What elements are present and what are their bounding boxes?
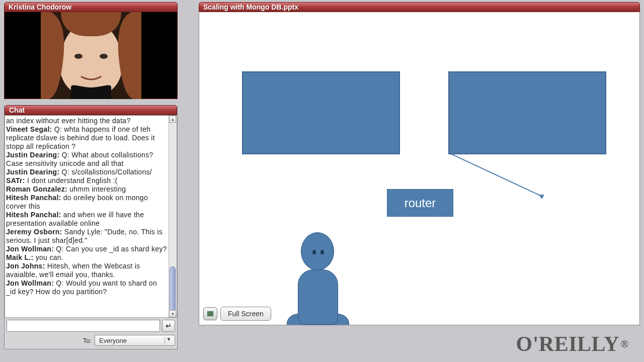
chat-message-text: Q: Can you use _id as shard key?	[54, 245, 167, 253]
chat-message-author: Jon Wollman:	[6, 279, 54, 287]
scroll-down-button[interactable]: ▾	[169, 310, 176, 317]
presenter-video	[4, 12, 178, 99]
oreilly-logo: O'REILLY®	[516, 332, 629, 356]
chat-message-author: Hitesh Panchal:	[6, 211, 61, 219]
chat-message: SATr: I dont understand English :(	[6, 176, 168, 185]
slide-connection-line	[451, 153, 542, 197]
chat-message-author: Jeremy Osborn:	[6, 228, 62, 236]
chat-message-author: Roman Gonzalez:	[6, 185, 67, 193]
presentation-slide[interactable]: router Full Screen	[199, 12, 640, 325]
chat-message: Vineet Segal: Q: whta happens if one of …	[6, 125, 168, 151]
chat-message: Jeremy Osborn: Sandy Lyle: "Dude, no. Th…	[6, 228, 168, 245]
chat-to-row: To: Everyone ▼	[5, 334, 177, 349]
chat-message: Maik L.: you can.	[6, 253, 168, 262]
chat-message-author: Jon Wollman:	[6, 245, 54, 253]
chat-message: Justin Dearing: Q: What about collalisti…	[6, 151, 168, 168]
toggle-view-button[interactable]	[203, 307, 217, 320]
chat-message: Jon Wollman: Q: Would you want to shard …	[6, 279, 168, 296]
presenter-face	[41, 12, 141, 99]
chat-message: Roman Gonzalez: uhmm interesting	[6, 185, 168, 194]
presenter-panel: Kristina Chodorow	[4, 2, 178, 99]
chat-message: an index without ever hitting the data?	[6, 117, 168, 125]
chat-message: Hitesh Panchal: do oreiley book on mongo…	[6, 194, 168, 211]
chat-message-author: Vineet Segal:	[6, 125, 52, 133]
svg-point-1	[74, 54, 83, 59]
presentation-title: Scaling with Mongo DB.pptx	[199, 2, 640, 12]
chat-input-row: ↵	[5, 318, 177, 334]
chat-message-text: you can.	[34, 253, 64, 261]
slide-person-figure	[284, 232, 351, 325]
scroll-thumb[interactable]	[170, 266, 176, 312]
slide-router-box: router	[387, 189, 453, 217]
chat-message-author: Hitesh Panchal:	[6, 194, 61, 202]
chat-message-author: Jon Johns:	[6, 262, 45, 270]
presentation-controls: Full Screen	[203, 307, 271, 321]
chevron-down-icon: ▼	[165, 336, 173, 344]
svg-point-2	[100, 54, 108, 59]
chat-to-label: To:	[83, 337, 92, 344]
chat-log-container: an index without ever hitting the data?V…	[5, 115, 177, 318]
chat-scrollbar[interactable]: ▴ ▾	[169, 116, 177, 317]
fullscreen-button[interactable]: Full Screen	[220, 307, 271, 321]
chat-message-author: Maik L.:	[6, 253, 34, 261]
chat-message: Jon Johns: Hitesh, when the Webcast is a…	[6, 262, 168, 279]
logo-registered: ®	[620, 337, 629, 350]
chat-log[interactable]: an index without ever hitting the data?V…	[5, 116, 169, 317]
chat-recipient-select[interactable]: Everyone ▼	[95, 335, 175, 346]
logo-text: O'REILLY	[516, 332, 620, 356]
chat-message-text: uhmm interesting	[67, 185, 126, 193]
chat-panel: Chat an index without ever hitting the d…	[4, 105, 178, 349]
chat-text-input[interactable]	[7, 320, 160, 332]
chat-message-text: Q: s/collalistions/Collations/	[59, 168, 152, 176]
slide-shard-box-2	[448, 71, 606, 154]
chat-message-text: an index without ever hitting the data?	[6, 117, 131, 125]
slide-shard-box-1	[242, 71, 400, 154]
chat-title: Chat	[5, 105, 177, 115]
chat-message: Justin Dearing: Q: s/collalistions/Colla…	[6, 168, 168, 176]
chat-message: Hitesh Panchal: and when we ill have the…	[6, 211, 168, 228]
window-icon	[207, 311, 213, 316]
presentation-panel: Scaling with Mongo DB.pptx router Full S…	[199, 2, 640, 326]
chat-message-author: SATr:	[6, 176, 25, 185]
chat-send-button[interactable]: ↵	[162, 320, 175, 332]
scroll-up-button[interactable]: ▴	[169, 116, 176, 123]
chat-message: Jon Wollman: Q: Can you use _id as shard…	[6, 245, 168, 253]
chat-message-author: Justin Dearing:	[6, 168, 59, 176]
chat-message-author: Justin Dearing:	[6, 151, 59, 159]
chat-recipient-value: Everyone	[99, 337, 127, 344]
chat-message-text: I dont understand English :(	[25, 176, 118, 185]
presenter-title: Kristina Chodorow	[4, 2, 178, 12]
